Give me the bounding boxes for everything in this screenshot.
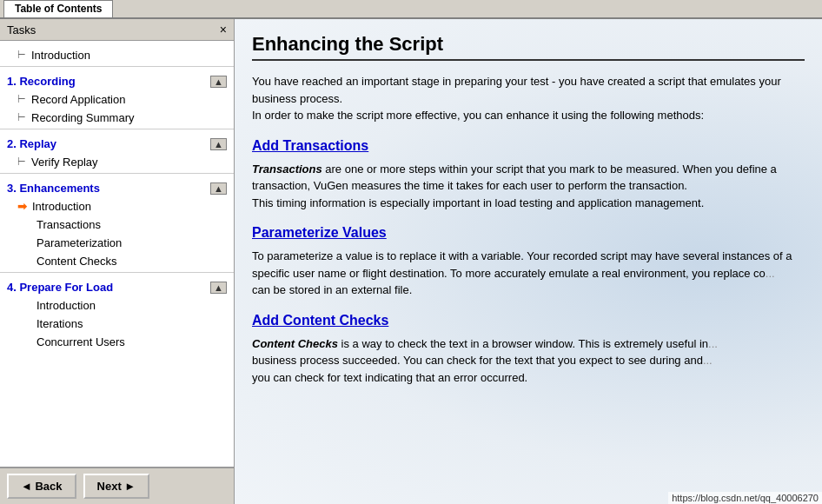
pin-icon-verify: ⊢: [17, 156, 26, 168]
sidebar-item-label: Parameterization: [36, 236, 122, 249]
page-title: Enhancing the Script: [252, 33, 805, 61]
sidebar-item-label: Introduction: [36, 299, 96, 312]
tab-contents[interactable]: Table of Contents: [3, 0, 113, 17]
add-transactions-desc: Transactions are one or more steps withi…: [252, 161, 805, 212]
sidebar-item-label: Record Application: [31, 93, 125, 106]
divider-3: [0, 173, 234, 174]
sidebar-title: Tasks: [7, 23, 36, 36]
sidebar-header: Tasks ×: [0, 19, 234, 41]
add-content-checks-desc: Content Checks is a way to check the tex…: [252, 335, 805, 387]
pin-icon-rec-summary: ⊢: [17, 112, 26, 123]
sidebar-close-button[interactable]: ×: [220, 23, 227, 36]
section-enhancements-title[interactable]: 3. Enhancements: [7, 182, 100, 195]
divider-1: [0, 66, 234, 67]
section-prepare-title[interactable]: 4. Prepare For Load: [7, 281, 113, 294]
url-bar: https://blog.csdn.net/qq_40006270: [668, 492, 822, 504]
sidebar-item-prepare-intro[interactable]: Introduction: [0, 296, 234, 315]
section-recording-title[interactable]: 1. Recording: [7, 75, 76, 88]
pin-icon-intro: ⊢: [17, 50, 26, 61]
add-transactions-link[interactable]: Add Transactions: [252, 138, 805, 154]
intro-line1: You have reached an important stage in p…: [252, 75, 781, 105]
sidebar-item-transactions[interactable]: Transactions: [0, 216, 234, 234]
tab-bar: Table of Contents: [0, 0, 822, 19]
section-replay: 2. Replay ▲: [0, 133, 234, 153]
sidebar-item-label: Introduction: [31, 49, 90, 62]
sidebar-item-label: Content Checks: [36, 255, 117, 268]
sidebar-item-label: Transactions: [36, 218, 101, 231]
intro-line2: In order to make the script more effecti…: [252, 109, 704, 122]
sidebar-item-parameterization[interactable]: Parameterization: [0, 234, 234, 252]
sidebar-item-verify-replay[interactable]: ⊢ Verify Replay: [0, 153, 234, 171]
arrow-icon-intro: ➡: [17, 200, 27, 213]
sidebar-item-intro-top[interactable]: ⊢ Introduction: [0, 46, 234, 64]
sidebar-item-label: Concurrent Users: [36, 335, 125, 348]
section-recording: 1. Recording ▲: [0, 70, 234, 90]
section-enhancements-collapse[interactable]: ▲: [210, 182, 227, 195]
section-prepare: 4. Prepare For Load ▲: [0, 276, 234, 296]
content-intro: You have reached an important stage in p…: [252, 73, 805, 124]
pin-icon-record-app: ⊢: [17, 94, 26, 105]
section-replay-title[interactable]: 2. Replay: [7, 137, 56, 150]
parameterize-values-link[interactable]: Parameterize Values: [252, 225, 805, 241]
sidebar-item-enh-intro[interactable]: ➡ Introduction: [0, 197, 234, 216]
sidebar-item-record-app[interactable]: ⊢ Record Application: [0, 90, 234, 109]
divider-4: [0, 272, 234, 273]
section-recording-collapse[interactable]: ▲: [210, 76, 227, 88]
sidebar-navigation: ◄ Back Next ►: [0, 467, 234, 504]
sidebar-item-iterations[interactable]: Iterations: [0, 315, 234, 333]
next-button[interactable]: Next ►: [83, 474, 150, 499]
sidebar-item-label: Verify Replay: [31, 156, 98, 169]
section-enhancements: 3. Enhancements ▲: [0, 177, 234, 197]
sidebar-item-label: Iterations: [36, 317, 83, 330]
sidebar-body: ⊢ Introduction 1. Recording ▲ ⊢ Record A…: [0, 41, 234, 467]
parameterize-values-desc: To parameterize a value is to replace it…: [252, 248, 805, 299]
add-content-checks-link[interactable]: Add Content Checks: [252, 313, 805, 328]
section-prepare-collapse[interactable]: ▲: [210, 282, 227, 294]
sidebar-item-recording-summary[interactable]: ⊢ Recording Summary: [0, 109, 234, 127]
sidebar-item-label: Recording Summary: [31, 111, 135, 124]
divider-2: [0, 129, 234, 129]
section-replay-collapse[interactable]: ▲: [210, 138, 227, 150]
sidebar-item-label: Introduction: [32, 200, 91, 213]
main-container: Tasks × ⊢ Introduction 1. Recording ▲ ⊢ …: [0, 19, 822, 504]
content-pane: Enhancing the Script You have reached an…: [235, 19, 822, 504]
back-button[interactable]: ◄ Back: [7, 474, 76, 499]
sidebar-item-concurrent-users[interactable]: Concurrent Users: [0, 333, 234, 351]
sidebar-item-content-checks[interactable]: Content Checks: [0, 252, 234, 270]
sidebar: Tasks × ⊢ Introduction 1. Recording ▲ ⊢ …: [0, 19, 235, 504]
